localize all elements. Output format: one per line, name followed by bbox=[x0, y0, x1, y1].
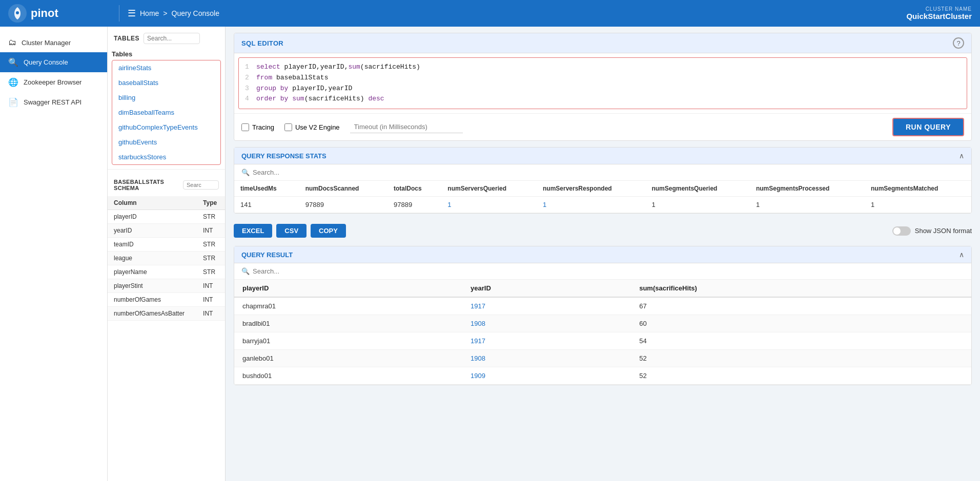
result-cell: 1908 bbox=[462, 315, 631, 332]
stats-link[interactable]: 1 bbox=[543, 201, 546, 208]
table-item-githubevents[interactable]: githubEvents bbox=[112, 135, 220, 150]
sql-editor-box[interactable]: 1 select playerID,yearID,sum(sacrificeHi… bbox=[238, 57, 967, 109]
year-link[interactable]: 1908 bbox=[471, 354, 485, 362]
export-csv-button[interactable]: CSV bbox=[276, 224, 307, 238]
run-query-button[interactable]: RUN QUERY bbox=[892, 118, 964, 136]
schema-col-name: playerID bbox=[108, 210, 197, 224]
v2-engine-label: Use V2 Engine bbox=[295, 123, 340, 131]
sidebar-item-query-console[interactable]: 🔍 Query Console bbox=[0, 52, 107, 72]
export-excel-button[interactable]: EXCEL bbox=[234, 224, 272, 238]
schema-col-type: STR bbox=[197, 238, 225, 252]
table-item-baseballstats[interactable]: baseballStats bbox=[112, 75, 220, 90]
stats-cell: 1 bbox=[865, 197, 971, 213]
query-console-icon: 🔍 bbox=[8, 57, 18, 67]
schema-col-type: INT bbox=[197, 293, 225, 307]
breadcrumb-home[interactable]: Home bbox=[140, 9, 159, 17]
stats-col-header: numServersQueried bbox=[441, 181, 537, 197]
result-row: barryja01191754 bbox=[234, 332, 971, 350]
sidebar-item-cluster-manager[interactable]: 🗂 Cluster Manager bbox=[0, 33, 107, 52]
year-link[interactable]: 1908 bbox=[471, 320, 485, 327]
nav-divider bbox=[119, 5, 119, 22]
tracing-checkbox[interactable] bbox=[241, 123, 249, 131]
v2-engine-checkbox[interactable] bbox=[284, 123, 292, 131]
stats-header[interactable]: QUERY RESPONSE STATS ∧ bbox=[234, 148, 971, 164]
stats-search-input[interactable] bbox=[253, 169, 964, 176]
result-col-header: yearID bbox=[462, 280, 631, 297]
stats-link[interactable]: 1 bbox=[447, 201, 451, 208]
table-item-billing[interactable]: billing bbox=[112, 90, 220, 105]
result-cell: 1909 bbox=[462, 367, 631, 385]
logo: pinot bbox=[8, 4, 111, 23]
table-item-starbucksstores[interactable]: starbucksStores bbox=[112, 150, 220, 164]
help-icon[interactable]: ? bbox=[953, 37, 964, 49]
schema-col-name: numberOfGamesAsBatter bbox=[108, 307, 197, 321]
stats-cell: 97889 bbox=[299, 197, 387, 213]
tables-search-input[interactable] bbox=[144, 33, 200, 44]
sql-editor-body: 1 select playerID,yearID,sum(sacrificeHi… bbox=[234, 53, 971, 113]
year-link[interactable]: 1917 bbox=[471, 337, 485, 345]
result-cell: bradlbi01 bbox=[234, 315, 462, 332]
sql-line-num-2: 2 bbox=[245, 73, 252, 83]
breadcrumb: Home > Query Console bbox=[140, 9, 219, 17]
result-cell: 1917 bbox=[462, 332, 631, 350]
json-toggle-label: Show JSON format bbox=[915, 227, 972, 235]
panel-divider bbox=[108, 169, 225, 170]
json-toggle-switch[interactable] bbox=[892, 226, 911, 236]
sql-line-content-3: group by playerID,yearID bbox=[256, 83, 352, 94]
main-panel: TABLES Tables airlineStats baseballStats… bbox=[108, 27, 980, 481]
schema-row: numberOfGamesAsBatterINT bbox=[108, 307, 225, 321]
result-chevron-icon: ∧ bbox=[959, 250, 964, 259]
result-cell: 54 bbox=[631, 332, 971, 350]
timeout-input[interactable] bbox=[350, 121, 463, 133]
schema-col-type: STR bbox=[197, 210, 225, 224]
schema-row: numberOfGamesINT bbox=[108, 293, 225, 307]
result-cell: bushdo01 bbox=[234, 367, 462, 385]
v2-engine-checkbox-group: Use V2 Engine bbox=[284, 123, 340, 131]
result-cell: 52 bbox=[631, 367, 971, 385]
tracing-label: Tracing bbox=[252, 123, 274, 131]
year-link[interactable]: 1917 bbox=[471, 302, 485, 310]
schema-search-input[interactable] bbox=[183, 180, 219, 190]
breadcrumb-current: Query Console bbox=[172, 9, 219, 17]
zookeeper-icon: 🌐 bbox=[8, 77, 18, 87]
stats-overflow: timeUsedMsnumDocsScannedtotalDocsnumServ… bbox=[234, 181, 971, 213]
table-item-dimbaseballteams[interactable]: dimBaseballTeams bbox=[112, 105, 220, 120]
stats-section: QUERY RESPONSE STATS ∧ 🔍 timeUsedMsnumDo… bbox=[234, 147, 972, 214]
breadcrumb-separator: > bbox=[163, 9, 167, 17]
sql-line-num-3: 3 bbox=[245, 83, 252, 94]
year-link[interactable]: 1909 bbox=[471, 372, 485, 380]
schema-title: BASEBALLSTATS SCHEMA bbox=[114, 179, 180, 191]
sql-line-3: 3 group by playerID,yearID bbox=[245, 83, 961, 94]
stats-cell: 1 bbox=[750, 197, 865, 213]
stats-col-header: numDocsScanned bbox=[299, 181, 387, 197]
export-row: EXCEL CSV COPY Show JSON format bbox=[234, 220, 972, 242]
export-copy-button[interactable]: COPY bbox=[311, 224, 346, 238]
schema-col-name: numberOfGames bbox=[108, 293, 197, 307]
sql-line-2: 2 from baseballStats bbox=[245, 73, 961, 83]
schema-col-type: STR bbox=[197, 265, 225, 279]
sidebar-item-label-query-console: Query Console bbox=[24, 58, 68, 66]
result-search-input[interactable] bbox=[253, 267, 964, 275]
tables-list: airlineStats baseballStats billing dimBa… bbox=[112, 60, 221, 165]
stats-col-header: numSegmentsMatched bbox=[865, 181, 971, 197]
schema-row: teamIDSTR bbox=[108, 238, 225, 252]
sidebar-item-zookeeper-browser[interactable]: 🌐 Zookeeper Browser bbox=[0, 72, 107, 92]
schema-col-name: yearID bbox=[108, 224, 197, 238]
table-item-githubcomplextypeevents[interactable]: githubComplexTypeEvents bbox=[112, 120, 220, 135]
table-item-airlinestats[interactable]: airlineStats bbox=[112, 60, 220, 75]
result-header[interactable]: QUERY RESULT ∧ bbox=[234, 246, 971, 263]
schema-col-name: playerStint bbox=[108, 279, 197, 293]
tables-header: Tables bbox=[108, 48, 225, 59]
stats-col-header: timeUsedMs bbox=[234, 181, 299, 197]
result-cell: 52 bbox=[631, 350, 971, 367]
content-area: SQL EDITOR ? 1 select playerID,yearID,su… bbox=[226, 27, 980, 481]
result-cell: 60 bbox=[631, 315, 971, 332]
left-panel: TABLES Tables airlineStats baseballStats… bbox=[108, 27, 226, 481]
sql-editor-title: SQL EDITOR bbox=[241, 39, 283, 47]
schema-section: BASEBALLSTATS SCHEMA Column Type playerI… bbox=[108, 174, 225, 321]
sql-controls: Tracing Use V2 Engine RUN QUERY bbox=[234, 113, 971, 140]
schema-col-type: STR bbox=[197, 252, 225, 265]
schema-row: leagueSTR bbox=[108, 252, 225, 265]
sidebar-item-swagger-rest-api[interactable]: 📄 Swagger REST API bbox=[0, 92, 107, 112]
hamburger-icon[interactable]: ☰ bbox=[128, 8, 136, 19]
